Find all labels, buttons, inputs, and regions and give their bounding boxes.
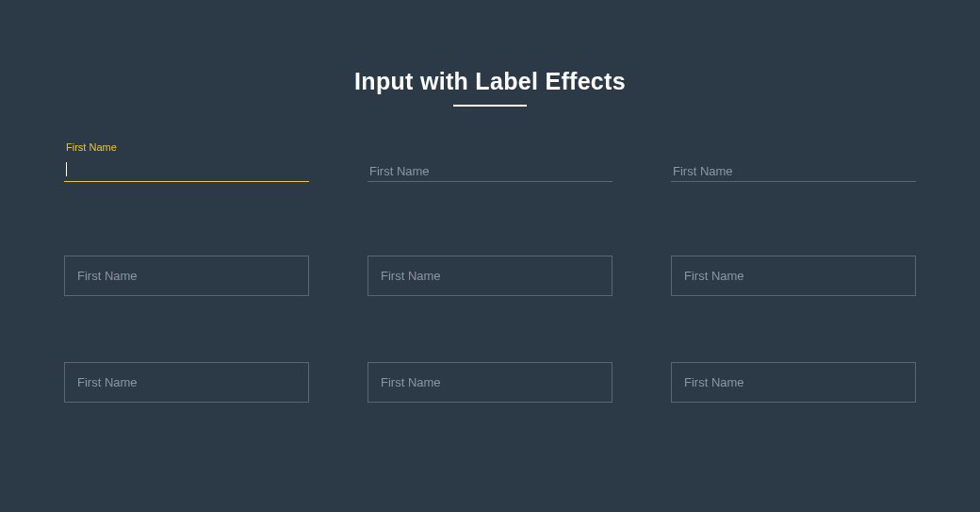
first-name-input-2-3[interactable] xyxy=(671,256,916,296)
first-name-input-3-2[interactable] xyxy=(368,362,612,403)
input-group-3-3: First Name xyxy=(671,362,916,403)
text-cursor xyxy=(66,162,67,176)
page-title-wrap: Input with Label Effects xyxy=(64,68,916,107)
first-name-input-1-1[interactable] xyxy=(64,156,309,182)
input-group-1-2: First Name xyxy=(368,156,612,190)
first-name-input-2-1[interactable] xyxy=(64,256,309,296)
input-group-3-1: First Name xyxy=(64,362,309,403)
first-name-input-2-2[interactable] xyxy=(368,256,612,296)
title-underline xyxy=(453,105,527,107)
input-group-1-1: First Name xyxy=(64,156,309,190)
first-name-input-1-2[interactable] xyxy=(368,156,612,182)
input-group-2-2: First Name xyxy=(368,256,612,296)
first-name-input-3-3[interactable] xyxy=(671,362,916,403)
input-group-3-2: First Name xyxy=(368,362,612,403)
input-group-1-3: First Name xyxy=(671,156,916,190)
first-name-label-1-1: First Name xyxy=(66,141,117,153)
row-boxed-inputs-1: First Name First Name First Name xyxy=(64,256,916,296)
row-boxed-inputs-2: First Name First Name First Name xyxy=(64,362,916,403)
input-group-2-3: First Name xyxy=(671,256,916,296)
first-name-input-1-3[interactable] xyxy=(671,156,916,182)
page-title: Input with Label Effects xyxy=(64,68,916,95)
input-group-2-1: First Name xyxy=(64,256,309,296)
row-underline-inputs: First Name First Name First Name xyxy=(64,156,916,190)
first-name-input-3-1[interactable] xyxy=(64,362,309,403)
